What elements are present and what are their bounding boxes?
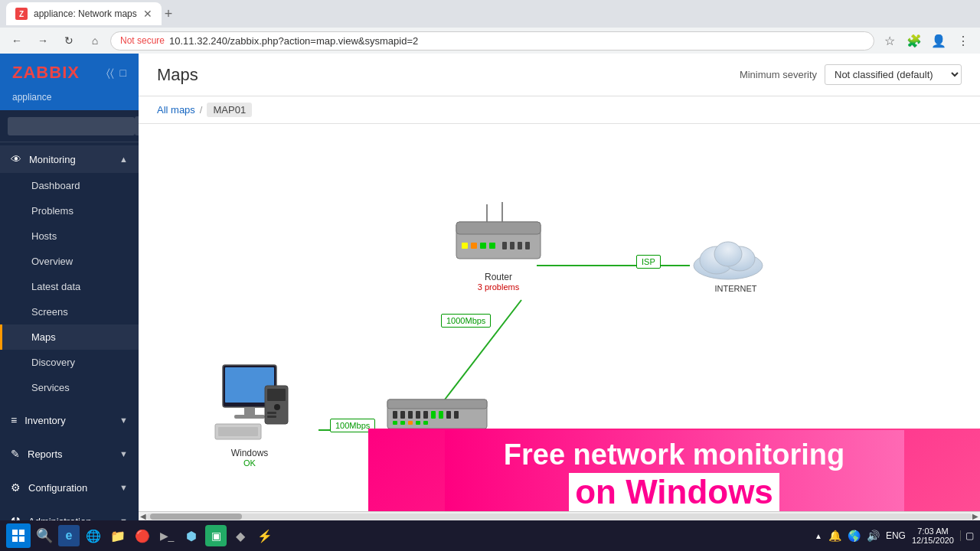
svg-rect-14 — [480, 243, 486, 249]
expand-icon[interactable]: □ — [120, 67, 126, 80]
svg-rect-28 — [439, 411, 443, 419]
breadcrumb-separator: / — [200, 104, 203, 116]
internet-cloud-svg — [690, 231, 782, 285]
svg-rect-34 — [416, 421, 420, 425]
sidebar-subtitle: appliance — [0, 92, 139, 110]
url-text: 10.11.32.240/zabbix.php?action=map.view&… — [169, 35, 418, 47]
main-content: Maps Minimum severity Not classified (de… — [139, 54, 980, 520]
router-label: Router — [445, 272, 552, 282]
search-input[interactable] — [8, 117, 135, 135]
isp-label: ISP — [636, 255, 661, 269]
router-svg — [445, 201, 552, 269]
sidebar-item-latest-data[interactable]: Latest data — [0, 274, 139, 299]
home-button[interactable]: ⌂ — [84, 30, 106, 51]
pc-svg — [207, 361, 292, 445]
svg-rect-35 — [423, 421, 428, 425]
svg-rect-46 — [218, 427, 258, 436]
reports-icon: ✎ — [11, 448, 20, 460]
monitoring-label: Monitoring — [29, 154, 76, 165]
configuration-icon: ⚙ — [11, 481, 21, 494]
promo-line1: Free network monitoring — [460, 438, 889, 473]
svg-rect-19 — [525, 242, 530, 249]
administration-section-header[interactable]: ⚒ Administration ▼ — [0, 507, 139, 520]
svg-rect-17 — [510, 242, 514, 249]
pc-label-container: Windows OK — [207, 448, 292, 468]
sidebar-item-dashboard[interactable]: Dashboard — [0, 173, 139, 198]
svg-rect-32 — [400, 421, 405, 425]
profile-icon[interactable]: 👤 — [928, 30, 949, 51]
sidebar-item-overview[interactable]: Overview — [0, 249, 139, 274]
svg-rect-11 — [456, 222, 541, 234]
severity-label: Minimum severity — [740, 69, 817, 80]
inventory-chevron: ▼ — [119, 416, 128, 425]
zabbix-logo: ZABBIX — [12, 63, 80, 83]
page-title: Maps — [157, 65, 198, 85]
breadcrumb-all-maps[interactable]: All maps — [157, 104, 195, 116]
monitoring-chevron: ▲ — [119, 155, 128, 164]
svg-point-42 — [274, 404, 280, 410]
forward-button[interactable]: → — [32, 30, 54, 51]
configuration-section-header[interactable]: ⚙ Configuration ▼ — [0, 474, 139, 501]
router-element[interactable]: Router 3 problems — [445, 201, 552, 292]
content-header: Maps Minimum severity Not classified (de… — [139, 54, 980, 96]
inventory-section: ≡ Inventory ▼ — [0, 403, 139, 437]
reports-label: Reports — [28, 448, 63, 460]
internet-element[interactable]: INTERNET — [690, 231, 782, 293]
sidebar: ZABBIX 〈〈 □ appliance 🔍 👁 Monitoring ▲ D… — [0, 54, 139, 520]
scroll-thumb[interactable] — [150, 514, 242, 520]
address-bar-row: ← → ↻ ⌂ Not secure 10.11.32.240/zabbix.p… — [0, 28, 980, 54]
reload-button[interactable]: ↻ — [58, 30, 80, 51]
sidebar-item-screens[interactable]: Screens — [0, 299, 139, 324]
collapse-icon[interactable]: 〈〈 — [106, 67, 114, 80]
sidebar-item-hosts[interactable]: Hosts — [0, 223, 139, 249]
sidebar-item-maps[interactable]: Maps — [0, 324, 139, 350]
svg-rect-24 — [408, 411, 413, 419]
svg-rect-12 — [462, 243, 468, 249]
svg-rect-18 — [518, 242, 522, 249]
svg-rect-15 — [489, 243, 495, 249]
sidebar-item-discovery[interactable]: Discovery — [0, 350, 139, 375]
router-status: 3 problems — [445, 282, 552, 292]
reports-section-header[interactable]: ✎ Reports ▼ — [0, 440, 139, 468]
back-button[interactable]: ← — [6, 30, 28, 51]
browser-actions: ☆ 🧩 👤 ⋮ — [879, 30, 974, 51]
pc-status: OK — [207, 458, 292, 468]
scroll-right-arrow[interactable]: ▶ — [972, 512, 978, 520]
configuration-label: Configuration — [28, 482, 87, 494]
configuration-section: ⚙ Configuration ▼ — [0, 471, 139, 504]
new-tab-button[interactable]: + — [165, 6, 173, 22]
promo-line2: on Windows — [569, 473, 779, 511]
sidebar-header: ZABBIX 〈〈 □ — [0, 54, 139, 92]
inventory-label: Inventory — [24, 415, 65, 426]
internet-label: INTERNET — [690, 284, 782, 293]
app-container: ZABBIX 〈〈 □ appliance 🔍 👁 Monitoring ▲ D… — [0, 54, 980, 520]
reports-chevron: ▼ — [119, 449, 128, 458]
extensions-icon[interactable]: 🧩 — [903, 30, 925, 51]
map-canvas: ISP INTERNET — [139, 124, 980, 520]
sidebar-item-problems[interactable]: Problems — [0, 198, 139, 223]
svg-rect-39 — [234, 415, 265, 419]
reports-section: ✎ Reports ▼ — [0, 437, 139, 471]
scroll-left-arrow[interactable]: ◀ — [140, 512, 146, 520]
address-bar[interactable]: Not secure 10.11.32.240/zabbix.php?actio… — [110, 31, 874, 51]
svg-rect-26 — [423, 411, 428, 419]
promo-container: Free network monitoring on Windows — [445, 430, 904, 519]
bookmark-icon[interactable]: ☆ — [879, 30, 900, 51]
tab-close-icon[interactable]: ✕ — [143, 8, 152, 20]
monitoring-section-header[interactable]: 👁 Monitoring ▲ — [0, 145, 139, 173]
windows-pc-element[interactable]: Windows OK — [207, 361, 292, 468]
horizontal-scrollbar[interactable]: ◀ ▶ — [139, 511, 980, 520]
tab-bar: Z appliance: Network maps ✕ + — [0, 0, 980, 28]
browser-tab[interactable]: Z appliance: Network maps ✕ — [6, 2, 162, 25]
svg-point-7 — [714, 242, 742, 266]
monitoring-icon: 👁 — [11, 153, 21, 165]
search-box: 🔍 — [0, 110, 139, 142]
svg-rect-31 — [393, 421, 397, 425]
menu-icon[interactable]: ⋮ — [952, 30, 974, 51]
configuration-chevron: ▼ — [119, 483, 128, 492]
sidebar-item-services[interactable]: Services — [0, 375, 139, 400]
inventory-section-header[interactable]: ≡ Inventory ▼ — [0, 406, 139, 434]
severity-select[interactable]: Not classified (default) — [825, 64, 962, 85]
scroll-track[interactable] — [146, 514, 972, 520]
pc-label: Windows — [207, 448, 292, 458]
